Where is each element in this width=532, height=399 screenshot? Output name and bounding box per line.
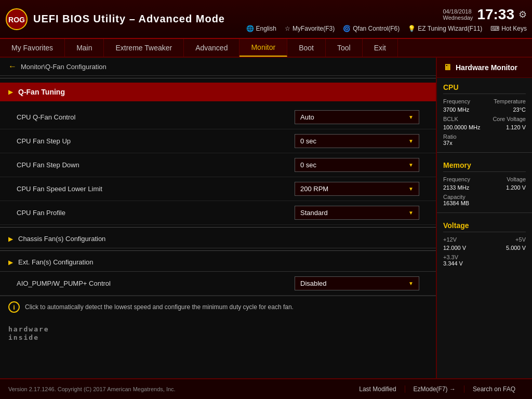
v33-value: 3.344 V xyxy=(443,260,526,267)
divider-2 xyxy=(0,227,436,228)
last-modified-link[interactable]: Last Modified xyxy=(351,385,405,393)
cpu-ratio-label: Ratio xyxy=(443,134,526,140)
app-title: UEFI BIOS Utility – Advanced Mode xyxy=(33,13,225,25)
cpu-freq-row: Frequency Temperature xyxy=(443,98,526,104)
tab-boot[interactable]: Boot xyxy=(287,39,326,57)
cpu-fan-step-down-dropdown-btn[interactable]: 0 sec ▼ xyxy=(295,158,419,172)
cpu-section-title: CPU xyxy=(443,83,526,94)
cpu-fan-profile-dropdown-btn[interactable]: Standard ▼ xyxy=(295,206,419,220)
dropdown-arrow-icon: ▼ xyxy=(408,138,414,144)
ext-fan-section[interactable]: ▶ Ext. Fan(s) Configuration xyxy=(0,253,436,272)
language-link[interactable]: 🌐 English xyxy=(246,25,276,32)
header-links: 🌐 English ☆ MyFavorite(F3) 🌀 Qfan Contro… xyxy=(246,25,527,32)
tab-advanced[interactable]: Advanced xyxy=(184,39,240,57)
tab-main[interactable]: Main xyxy=(65,39,104,57)
dropdown-arrow-icon: ▼ xyxy=(408,162,414,168)
version-text: Version 2.17.1246. Copyright (C) 2017 Am… xyxy=(8,386,176,392)
cpu-fan-step-up-dropdown-btn[interactable]: 0 sec ▼ xyxy=(295,134,419,148)
footer: Version 2.17.1246. Copyright (C) 2017 Am… xyxy=(0,378,532,399)
section-title: Q-Fan Tuning xyxy=(18,88,65,96)
mem-freq-label: Frequency xyxy=(443,176,470,182)
tab-monitor[interactable]: Monitor xyxy=(240,39,287,57)
tab-extreme-tweaker[interactable]: Extreme Tweaker xyxy=(104,39,184,57)
sidebar-title-text: Hardware Monitor xyxy=(456,63,517,72)
mem-freq-row: Frequency Voltage xyxy=(443,176,526,182)
hotkeys-link[interactable]: ⌨ Hot Keys xyxy=(490,25,527,32)
cpu-qfan-label: CPU Q-Fan Control xyxy=(17,113,295,121)
mem-freq-val-row: 2133 MHz 1.200 V xyxy=(443,184,526,191)
settings-icon[interactable]: ⚙ xyxy=(518,9,527,20)
cpu-temp-label: Temperature xyxy=(494,98,526,104)
dropdown-arrow-icon: ▼ xyxy=(408,281,414,286)
rog-logo: ROG xyxy=(5,8,28,31)
mem-cap-row: Capacity 16384 MB xyxy=(443,194,526,206)
v12-value: 12.000 V xyxy=(443,245,466,251)
info-text: Click to automatically detect the lowest… xyxy=(25,303,294,311)
setting-cpu-fan-speed-lower-limit: CPU Fan Speed Lower Limit 200 RPM ▼ xyxy=(0,177,436,201)
cpu-bclk-label: BCLK xyxy=(443,116,458,122)
cpu-freq-val-row: 3700 MHz 23°C xyxy=(443,107,526,113)
cpu-fan-speed-lower-dropdown[interactable]: 200 RPM ▼ xyxy=(295,182,419,196)
mem-cap-label: Capacity xyxy=(443,194,526,200)
divider-1 xyxy=(0,78,436,78)
sidebar-title: 🖥 Hardware Monitor xyxy=(437,58,532,78)
setting-aio-pump: AIO_PUMP/W_PUMP+ Control Disabled ▼ xyxy=(0,272,436,296)
cpu-fan-step-up-label: CPU Fan Step Up xyxy=(17,137,295,145)
search-faq-link[interactable]: Search on FAQ xyxy=(464,385,524,393)
logo-area: ROG UEFI BIOS Utility – Advanced Mode xyxy=(5,8,225,31)
cpu-fan-step-down-dropdown[interactable]: 0 sec ▼ xyxy=(295,158,419,172)
myfavorite-link[interactable]: ☆ MyFavorite(F3) xyxy=(285,25,335,32)
dropdown-arrow-icon: ▼ xyxy=(408,210,414,216)
content-area: ← Monitor\Q-Fan Configuration ▶ Q-Fan Tu… xyxy=(0,58,436,378)
time: 17:33 xyxy=(477,6,514,23)
cpu-qfan-dropdown-btn[interactable]: Auto ▼ xyxy=(295,110,419,124)
cpu-bclk-val-row: 100.0000 MHz 1.120 V xyxy=(443,124,526,130)
cpu-bclk-value: 100.0000 MHz xyxy=(443,124,481,130)
ext-fan-toggle-icon: ▶ xyxy=(8,259,13,266)
cpu-fan-profile-dropdown[interactable]: Standard ▼ xyxy=(295,206,419,220)
svg-text:ROG: ROG xyxy=(8,16,25,24)
aio-pump-dropdown-btn[interactable]: Disabled ▼ xyxy=(295,276,419,290)
cpu-bclk-row: BCLK Core Voltage xyxy=(443,116,526,122)
tab-my-favorites[interactable]: My Favorites xyxy=(0,39,65,57)
chassis-fan-section[interactable]: ▶ Chassis Fan(s) Configuration xyxy=(0,230,436,248)
cpu-freq-label: Frequency xyxy=(443,98,470,104)
cpu-fan-step-up-dropdown[interactable]: 0 sec ▼ xyxy=(295,134,419,148)
v33-label: +3.3V xyxy=(443,254,526,260)
setting-cpu-fan-step-up: CPU Fan Step Up 0 sec ▼ xyxy=(0,129,436,153)
mem-cap-value: 16384 MB xyxy=(443,200,526,206)
header-right: 04/18/2018 Wednesday 17:33 ⚙ 🌐 English ☆… xyxy=(246,6,527,32)
footer-links: Last Modified EzMode(F7) → Search on FAQ xyxy=(351,385,524,393)
cpu-qfan-dropdown[interactable]: Auto ▼ xyxy=(295,110,419,124)
breadcrumb[interactable]: ← Monitor\Q-Fan Configuration xyxy=(0,58,436,76)
dropdown-arrow-icon: ▼ xyxy=(408,186,414,192)
ez-tuning-link[interactable]: 💡 EZ Tuning Wizard(F11) xyxy=(408,25,482,32)
setting-cpu-fan-step-down: CPU Fan Step Down 0 sec ▼ xyxy=(0,153,436,177)
datetime-row: 04/18/2018 Wednesday 17:33 ⚙ xyxy=(443,6,527,23)
volt-12-val-row: 12.000 V 5.000 V xyxy=(443,245,526,251)
info-icon: i xyxy=(8,301,20,313)
setting-cpu-fan-profile: CPU Fan Profile Standard ▼ xyxy=(0,201,436,225)
mem-volt-label: Voltage xyxy=(507,176,526,182)
date: 04/18/2018 xyxy=(443,8,473,15)
voltage-section-title: Voltage xyxy=(443,221,526,232)
sidebar-divider-1 xyxy=(437,152,532,153)
day: Wednesday xyxy=(443,15,473,21)
cpu-fan-speed-lower-label: CPU Fan Speed Lower Limit xyxy=(17,185,295,193)
volt-12-row: +12V +5V xyxy=(443,236,526,243)
qfan-link[interactable]: 🌀 Qfan Control(F6) xyxy=(343,25,400,32)
header: ROG UEFI BIOS Utility – Advanced Mode 04… xyxy=(0,0,532,39)
memory-section-title: Memory xyxy=(443,161,526,172)
hardware-monitor-sidebar: 🖥 Hardware Monitor CPU Frequency Tempera… xyxy=(436,58,532,378)
back-arrow-icon[interactable]: ← xyxy=(8,62,17,71)
aio-pump-dropdown[interactable]: Disabled ▼ xyxy=(295,276,419,290)
chassis-fan-label: Chassis Fan(s) Configuration xyxy=(18,235,105,243)
tab-tool[interactable]: Tool xyxy=(326,39,363,57)
cpu-fan-profile-label: CPU Fan Profile xyxy=(17,209,295,217)
memory-section: Memory Frequency Voltage 2133 MHz 1.200 … xyxy=(437,156,532,209)
tab-exit[interactable]: Exit xyxy=(363,39,398,57)
ez-mode-link[interactable]: EzMode(F7) → xyxy=(405,385,464,393)
qfan-section-header[interactable]: ▶ Q-Fan Tuning xyxy=(0,83,436,101)
cpu-temp-value: 23°C xyxy=(513,107,526,113)
cpu-fan-speed-lower-dropdown-btn[interactable]: 200 RPM ▼ xyxy=(295,182,419,196)
